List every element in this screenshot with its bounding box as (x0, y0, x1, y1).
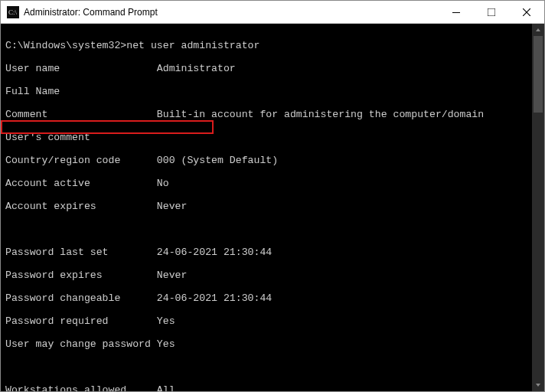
typed-command: net user administrator (126, 40, 259, 51)
svg-text:C:\: C:\ (8, 8, 18, 16)
window-title: Administrator: Command Prompt (24, 7, 439, 18)
field-label: Account active (5, 178, 157, 189)
svg-rect-2 (452, 12, 460, 13)
field-value: 000 (System Default) (157, 155, 278, 166)
field-label: Full Name (5, 86, 157, 97)
field-label: Password changeable (5, 292, 157, 304)
field-value: All (157, 384, 175, 391)
svg-marker-7 (536, 384, 540, 387)
field-label: Password last set (5, 247, 157, 258)
field-value: Never (157, 270, 188, 281)
field-value: Never (157, 201, 188, 212)
console-area: C:\Windows\system32>net user administrat… (1, 24, 544, 391)
field-label: Country/region code (5, 155, 157, 166)
field-label: Password expires (5, 270, 157, 281)
field-label: Account expires (5, 201, 157, 212)
scroll-thumb[interactable] (534, 36, 543, 113)
field-label: User name (5, 63, 157, 74)
field-label: Workstations allowed (5, 384, 157, 391)
close-button[interactable] (509, 1, 544, 23)
field-label: Comment (5, 109, 157, 120)
field-value: Administrator (157, 63, 236, 74)
field-value: Built-in account for administering the c… (157, 109, 484, 120)
vertical-scrollbar[interactable] (532, 24, 544, 391)
prompt-path: C:\Windows\system32> (5, 40, 126, 51)
field-value: No (157, 178, 169, 189)
minimize-button[interactable] (439, 1, 474, 23)
terminal-output[interactable]: C:\Windows\system32>net user administrat… (1, 24, 532, 391)
scroll-up-arrow-icon[interactable] (532, 24, 544, 36)
svg-rect-3 (488, 8, 495, 16)
window-controls (439, 1, 544, 23)
field-label: Password required (5, 315, 157, 327)
scroll-down-arrow-icon[interactable] (532, 379, 544, 391)
field-value: 24-06-2021 21:30:44 (157, 247, 272, 258)
field-value: Yes (157, 338, 175, 350)
field-label: User may change password (5, 338, 157, 350)
cmd-icon: C:\ (7, 6, 19, 18)
field-value: 24-06-2021 21:30:44 (157, 292, 272, 304)
svg-marker-6 (536, 28, 540, 31)
maximize-button[interactable] (474, 1, 509, 23)
field-label: User's comment (5, 132, 157, 143)
field-value: Yes (157, 315, 175, 327)
window-titlebar: C:\ Administrator: Command Prompt (1, 1, 544, 24)
